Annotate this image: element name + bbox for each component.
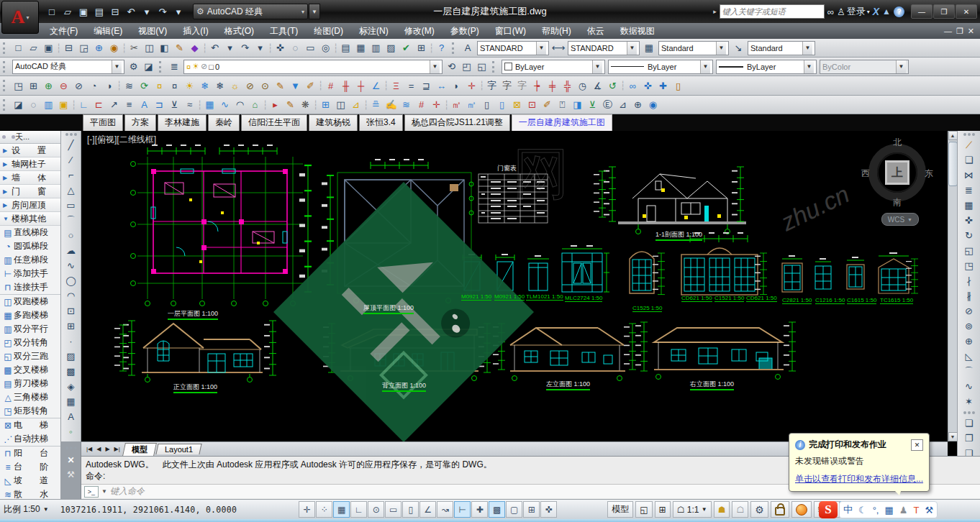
toolpalettes-icon[interactable]: ▥ — [368, 41, 384, 55]
palette-group-settings[interactable]: ▶设 置 — [0, 144, 60, 157]
mleader-style-icon[interactable]: ↘ — [730, 42, 746, 53]
doc-minimize-button[interactable]: — — [944, 27, 952, 36]
palette-item-steps[interactable]: ≡台 阶 — [0, 460, 60, 474]
palette-item-double-corner[interactable]: ◰双分转角 — [0, 336, 60, 349]
palette-item-any-stair[interactable]: ▥任意梯段 — [0, 253, 60, 267]
toolbar-grip[interactable] — [159, 61, 165, 73]
palette-item-double-run-stair[interactable]: ◫双跑楼梯 — [0, 294, 60, 308]
angle-toggle[interactable]: ∠ — [419, 501, 436, 518]
offset-tool-icon[interactable]: ≣ — [961, 183, 976, 198]
axis-single-icon[interactable]: ┼ — [353, 78, 368, 93]
draworder-front-icon[interactable]: ❏ — [961, 416, 976, 431]
mail-icon[interactable]: ⊠ — [509, 98, 525, 112]
freeze-icon[interactable]: ❄ — [197, 78, 212, 93]
undo-icon[interactable]: ↶ — [207, 41, 222, 55]
viewport-a-icon[interactable]: ◔ — [86, 78, 101, 93]
plus-blue-icon[interactable]: ✚ — [655, 78, 671, 93]
search-binoculars-icon[interactable]: ∞ — [827, 6, 834, 17]
move-tool-icon[interactable]: ✜ — [961, 213, 976, 228]
dome-icon[interactable]: ◠ — [232, 98, 248, 112]
wall-base-icon[interactable]: ⊒ — [419, 78, 434, 93]
big-a-icon[interactable]: A — [137, 98, 152, 112]
toolbar-separator[interactable]: ┆ — [318, 78, 323, 93]
workspace-settings-icon[interactable]: ⚙ — [126, 60, 141, 74]
zoom-previous-icon[interactable]: ◎ — [318, 41, 333, 55]
trim-tool-icon[interactable]: ∤ — [961, 273, 976, 288]
print-icon[interactable]: ⊟ — [61, 41, 76, 55]
sheet-edit-icon[interactable]: ✍ — [384, 98, 399, 112]
toolbar-separator[interactable]: ┆ — [71, 98, 76, 112]
quickprop-toggle[interactable]: ⊞ — [523, 501, 540, 518]
draworder-back-icon[interactable]: ❐ — [961, 431, 976, 446]
sogou-moon-icon[interactable]: ☾ — [858, 505, 867, 516]
tree-icon[interactable]: ⊻ — [585, 98, 600, 112]
palette-title-bar[interactable]: 天... — [0, 131, 60, 144]
layer-color-swatch[interactable]: □ — [209, 63, 214, 71]
palette-item-escalator[interactable]: ⋰自动扶梯 — [0, 432, 60, 446]
magnifier-icon[interactable]: ◌ — [26, 98, 41, 112]
polygon-icon[interactable]: △ — [63, 183, 78, 198]
grid-table-icon[interactable]: ▦ — [202, 98, 217, 112]
sogou-person-icon[interactable]: ♟ — [899, 505, 908, 516]
ellipse-arc-icon[interactable]: ◠ — [63, 288, 78, 303]
text-align-icon[interactable]: 字 — [514, 78, 530, 93]
measure-icon[interactable]: ≞ — [368, 98, 384, 112]
explode-tool-icon[interactable]: ✶ — [961, 394, 976, 409]
bulb-icon[interactable]: ¤ — [186, 63, 191, 71]
palette-item-cross-stair[interactable]: ▩交叉楼梯 — [0, 363, 60, 377]
viewcube-top-face[interactable]: 上 — [885, 160, 909, 185]
viewport-sub-icon[interactable]: ⊖ — [56, 78, 71, 93]
palette-item-straight-stair[interactable]: ▤直线梯段 — [0, 226, 60, 239]
construction-line-icon[interactable]: ∕ — [63, 152, 78, 168]
menu-item[interactable]: 绘图(D) — [306, 24, 351, 39]
polar-toggle[interactable]: ⊙ — [368, 501, 384, 518]
selection-cycling-toggle[interactable]: ✜ — [540, 501, 557, 518]
layer-previous-icon[interactable]: ⟲ — [444, 60, 459, 74]
quickcalc-icon[interactable]: ⊞ — [414, 41, 429, 55]
3dconnexion-icon[interactable]: ◉ — [106, 41, 122, 55]
toolbar-grip[interactable] — [452, 42, 458, 54]
door-panel-icon[interactable]: ◫ — [333, 98, 348, 112]
scroll-down-button[interactable]: ▼ — [948, 432, 958, 441]
wall-eq-icon[interactable]: = — [404, 78, 419, 93]
door-swing-icon[interactable]: ⊐ — [152, 98, 167, 112]
layer-isolate-icon[interactable]: ◰ — [459, 60, 474, 74]
model-tab[interactable]: 模型 — [122, 443, 157, 456]
toolbar-separator[interactable]: ┆ — [444, 98, 449, 112]
doc-restore-button[interactable]: ❐ — [956, 27, 963, 36]
command-prompt-icon[interactable]: >_ — [84, 486, 99, 498]
col-pair-icon[interactable]: ▯ — [479, 98, 494, 112]
toolbar-grip[interactable] — [3, 99, 9, 111]
sun-icon[interactable]: ☀ — [192, 62, 199, 71]
toolbar-separator[interactable]: ┆ — [333, 41, 338, 55]
workspace-switch-gear-icon[interactable]: ⚙ — [750, 501, 768, 518]
first-layout-button[interactable]: |◀ — [84, 444, 94, 454]
toolbar-separator[interactable]: ┆ — [363, 98, 368, 112]
doc-tab[interactable]: 李林建施 — [158, 114, 207, 131]
list-icon[interactable]: ≡ — [122, 98, 137, 112]
rotate-green-icon[interactable]: ↺ — [605, 78, 620, 93]
sogou-cn-icon[interactable]: 中 — [843, 503, 853, 516]
publish-icon[interactable]: ⊕ — [91, 41, 106, 55]
autodesk-360-icon[interactable]: ▲ — [882, 6, 891, 17]
axis-pair-icon[interactable]: ╫ — [338, 78, 353, 93]
grid-dots-toggle[interactable]: ⁘ — [316, 501, 332, 518]
copy-tool-icon[interactable]: ❏ — [961, 152, 976, 168]
pencil-icon[interactable]: ✎ — [273, 78, 288, 93]
doc-tab[interactable]: 信阳汪生平面 — [241, 114, 307, 131]
red-flag-icon[interactable]: ▸ — [268, 98, 283, 112]
menu-item[interactable]: 修改(M) — [396, 24, 443, 39]
blend-tool-icon[interactable]: ∿ — [961, 379, 976, 394]
sogou-toolbox-icon[interactable]: ⚒ — [925, 505, 933, 516]
join-tool-icon[interactable]: ⊕ — [961, 334, 976, 349]
restore-button[interactable]: ❐ — [933, 4, 955, 19]
red-axis-grid-icon[interactable]: # — [323, 78, 338, 93]
wall-cross-icon[interactable]: ✛ — [464, 78, 479, 93]
layers-blue-icon[interactable]: ≋ — [399, 98, 414, 112]
menu-item[interactable]: 格式(O) — [217, 24, 262, 39]
toolbar-grip[interactable] — [3, 42, 9, 54]
zoom-window-icon[interactable]: ▭ — [303, 41, 318, 55]
gradient-icon[interactable]: ▩ — [63, 364, 78, 379]
palette-item-double-three-run[interactable]: ◱双分三跑 — [0, 349, 60, 363]
toolbar-separator[interactable]: ┆ — [313, 98, 318, 112]
